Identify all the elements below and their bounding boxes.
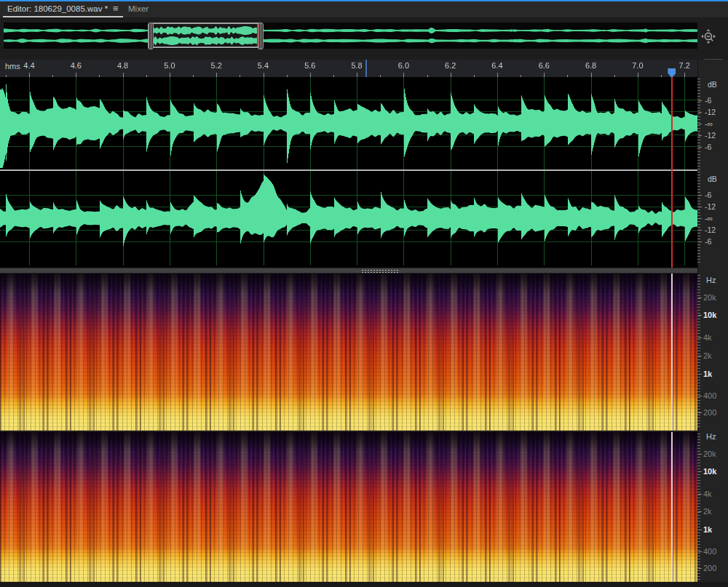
- view-range-right-handle[interactable]: [258, 23, 264, 49]
- playhead-line-waveform: [671, 77, 673, 268]
- db-scale-tick: [698, 241, 702, 242]
- overview-waveform: [4, 23, 697, 49]
- hz-scale-label: 4k: [703, 490, 712, 498]
- hz-scale-tick: [698, 530, 702, 530]
- db-scale-label: -12: [705, 108, 716, 116]
- db-scale-label: -6: [705, 237, 711, 246]
- hz-scale-label: 10k: [703, 467, 716, 476]
- db-scale-tick: [698, 207, 702, 207]
- zoom-navigate-icon[interactable]: [698, 27, 720, 47]
- ruler-tick-label: 4.8: [117, 61, 128, 70]
- hz-scale-label: 1k: [703, 370, 712, 378]
- db-scale-label: -12: [705, 202, 716, 211]
- spectrogram-right-channel[interactable]: [0, 432, 697, 582]
- db-scale-label: -12: [705, 131, 716, 140]
- ruler-tick-label: 7.2: [679, 61, 690, 70]
- view-range-left-handle[interactable]: [148, 23, 154, 49]
- hz-scale-tick: [698, 298, 702, 298]
- spectrogram-left-channel[interactable]: [0, 273, 697, 431]
- ruler-tick-label: 6.2: [445, 61, 456, 70]
- overview-view-range-box[interactable]: [151, 23, 261, 48]
- hz-scale-tick: [698, 568, 702, 569]
- waveform-display[interactable]: [0, 77, 697, 268]
- hamburger-icon[interactable]: ≡: [113, 5, 119, 12]
- db-scale-label: -6: [705, 143, 711, 151]
- mixer-tab-label: Mixer: [128, 4, 149, 13]
- ruler-tick-label: 4.4: [23, 61, 34, 70]
- db-scale-tick: [698, 218, 702, 219]
- db-scale-label: -12: [705, 225, 716, 234]
- hz-scale-label: 2k: [703, 507, 712, 516]
- hz-scale-tick: [698, 511, 702, 512]
- db-scale-label: -6: [705, 96, 711, 105]
- db-scale-tick: [698, 124, 702, 124]
- ruler-tick-label: 5.6: [304, 61, 315, 70]
- db-scale-tick: [698, 100, 702, 101]
- ruler-tick-label: 5.4: [258, 61, 269, 70]
- hz-scale-tick: [698, 374, 702, 375]
- audio-editor-panel: Editor: 180629_0085.wav * ≡ Mixer: [0, 0, 728, 587]
- hz-scale-label: 4k: [703, 333, 712, 342]
- hz-scale-label: 200: [703, 408, 716, 417]
- hz-scale-label: 200: [703, 564, 716, 572]
- overview-navigator[interactable]: [4, 23, 697, 49]
- panel-tab-bar: Editor: 180629_0085.wav * ≡ Mixer: [0, 1, 728, 18]
- db-scale-tick: [698, 112, 702, 113]
- hz-scale-tick: [698, 396, 702, 396]
- hz-scale-tick: [698, 551, 702, 552]
- hz-scale-label: 2k: [703, 351, 712, 360]
- view-splitter[interactable]: [0, 268, 697, 273]
- timeline-marker-line: [365, 60, 367, 77]
- db-scale-tick: [698, 195, 702, 196]
- hz-scale-unit: Hz: [706, 276, 716, 284]
- ruler-unit-label: hms: [5, 62, 20, 71]
- scale-minor-ticks: [697, 79, 700, 265]
- ruler-tick-label: 5.2: [211, 61, 222, 70]
- hz-scale-tick: [698, 412, 702, 413]
- db-scale-label: -∞: [705, 119, 713, 128]
- hz-scale-tick: [698, 471, 702, 472]
- editor-tab-label: Editor: 180629_0085.wav *: [7, 4, 108, 13]
- hz-scale-tick: [698, 454, 702, 455]
- ruler-tick-label: 6.4: [491, 61, 502, 70]
- hz-scale-tick: [698, 315, 702, 316]
- waveform-channel-right: [0, 171, 697, 265]
- ruler-tick-label: 5.0: [164, 61, 175, 70]
- hz-scale-unit: Hz: [706, 432, 716, 441]
- hz-scale-label: 20k: [703, 293, 716, 302]
- ruler-tick-label: 5.8: [351, 61, 362, 70]
- db-scale-tick: [698, 147, 702, 148]
- ruler-tick-label: 6.0: [398, 61, 409, 70]
- overview-playhead-line: [257, 24, 258, 47]
- hz-scale-label: 1k: [703, 525, 712, 534]
- ruler-tick-label: 6.8: [585, 61, 596, 70]
- db-scale-label: -6: [705, 191, 711, 199]
- panel-bottom-edge: [0, 582, 728, 587]
- splitter-grip[interactable]: [361, 269, 399, 273]
- db-scale-label: -∞: [705, 214, 713, 223]
- db-scale-unit: dB: [708, 175, 717, 183]
- ruler-tick-label: 4.6: [71, 61, 82, 70]
- ruler-tick-label: 6.6: [539, 61, 550, 70]
- scale-minor-ticks: [697, 434, 700, 580]
- ruler-tick-label: 7.0: [632, 61, 643, 70]
- hz-scale-tick: [698, 356, 702, 356]
- hz-scale-tick: [698, 338, 702, 338]
- hz-scale-tick: [698, 494, 702, 495]
- hz-scale-label: 10k: [703, 311, 716, 319]
- hz-scale-label: 400: [703, 391, 716, 400]
- db-scale-tick: [698, 230, 702, 231]
- tab-mixer[interactable]: Mixer: [124, 1, 153, 16]
- tab-editor[interactable]: Editor: 180629_0085.wav * ≡: [3, 1, 123, 17]
- hz-scale-label: 400: [703, 547, 716, 556]
- timeline-ruler[interactable]: hms 4.44.64.85.05.25.45.65.86.06.26.46.6…: [0, 60, 697, 77]
- playhead-line-spectrogram-1: [671, 273, 673, 431]
- db-scale-unit: dB: [708, 80, 717, 89]
- hz-scale-label: 20k: [703, 450, 716, 458]
- db-scale-tick: [698, 135, 702, 136]
- channel-separator: [0, 169, 697, 171]
- playhead-line-spectrogram-2: [671, 432, 673, 582]
- waveform-channel-left: [0, 77, 697, 169]
